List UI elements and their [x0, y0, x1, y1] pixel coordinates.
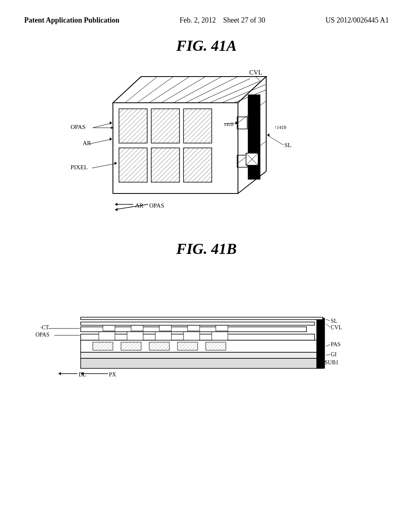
fig41b-diagram: ·CT OPAS DL PX SL CVL PAS GI SUB1	[0, 258, 413, 387]
svg-line-38	[90, 139, 112, 144]
svg-rect-21	[119, 148, 147, 182]
fig41a-title: FIG. 41A	[0, 37, 413, 54]
svg-rect-68	[159, 325, 171, 331]
svg-rect-70	[216, 325, 228, 331]
svg-line-36	[93, 123, 112, 128]
fig41b-section: FIG. 41B	[0, 240, 413, 387]
svg-marker-49	[267, 133, 269, 137]
sl-41b-label: SL	[331, 318, 337, 324]
fig41a-diagram: CVL OPAS AR PIXEL AR OPAS	[0, 54, 413, 216]
ref141b-left: 141b	[224, 122, 234, 127]
svg-line-82	[326, 345, 330, 346]
pixel-label: PIXEL	[71, 164, 88, 170]
svg-rect-61	[127, 331, 143, 340]
svg-line-80	[326, 319, 330, 321]
svg-rect-64	[212, 331, 228, 340]
svg-rect-58	[206, 342, 226, 350]
svg-rect-20	[184, 109, 212, 143]
svg-marker-37	[110, 121, 112, 125]
svg-rect-52	[81, 352, 323, 358]
svg-rect-60	[99, 331, 115, 340]
svg-rect-55	[121, 342, 141, 350]
pas-label: PAS	[331, 341, 340, 347]
svg-marker-39	[110, 137, 112, 141]
svg-marker-77	[58, 372, 61, 375]
ct-label: ·CT	[40, 324, 49, 330]
svg-rect-69	[188, 325, 200, 331]
svg-rect-66	[103, 325, 115, 331]
svg-rect-22	[151, 148, 179, 182]
ar-left-label: AR	[83, 140, 91, 146]
ref141b-right: ↑141b	[274, 125, 286, 130]
gi-label: GI	[331, 351, 337, 357]
svg-rect-23	[184, 148, 212, 182]
svg-rect-73	[81, 317, 323, 320]
svg-rect-51	[81, 358, 323, 368]
opas-bottom-label: OPAS	[149, 202, 164, 209]
cvl-label: CVL	[249, 69, 262, 76]
fig41a-section: FIG. 41A	[0, 37, 413, 216]
svg-rect-72	[317, 318, 325, 368]
svg-rect-71	[81, 322, 315, 325]
page-header: Patent Application Publication Feb. 2, 2…	[0, 0, 413, 25]
svg-line-83	[326, 355, 330, 355]
svg-rect-18	[119, 109, 147, 143]
svg-rect-53	[81, 340, 323, 352]
svg-line-81	[326, 324, 330, 327]
svg-line-48	[267, 135, 284, 145]
svg-rect-63	[184, 331, 200, 340]
svg-rect-24	[248, 95, 260, 179]
opas-left-label: OPAS	[71, 124, 86, 130]
date-sheet: Feb. 2, 2012 Sheet 27 of 30	[179, 16, 265, 25]
svg-rect-54	[93, 342, 113, 350]
svg-rect-57	[177, 342, 198, 350]
svg-marker-45	[115, 208, 118, 211]
sl-label-41a: SL	[284, 142, 292, 148]
svg-rect-67	[131, 325, 143, 331]
sheet-info: Sheet 27 of 30	[223, 16, 265, 24]
svg-rect-25	[237, 117, 247, 129]
svg-rect-62	[155, 331, 171, 340]
fig41b-title: FIG. 41B	[0, 240, 413, 258]
sub1-label: SUB1	[325, 360, 338, 366]
patent-number: US 2012/0026445 A1	[325, 16, 389, 25]
svg-rect-56	[149, 342, 169, 350]
publication-title: Patent Application Publication	[24, 16, 119, 25]
svg-marker-43	[115, 203, 117, 206]
svg-rect-19	[151, 109, 179, 143]
opas-41b-label: OPAS	[35, 332, 50, 338]
px-label: PX	[109, 372, 116, 378]
publication-date: Feb. 2, 2012	[179, 16, 216, 24]
cvl-41b-label: CVL	[331, 324, 342, 330]
